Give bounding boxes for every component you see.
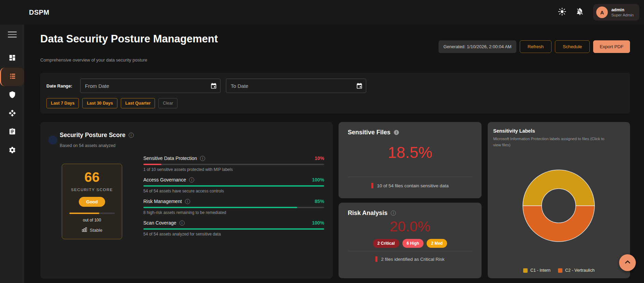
topbar: DSPM A admin	[0, 0, 644, 25]
critical-badge: 2 Critical	[373, 239, 399, 248]
trend-label: Stable	[90, 228, 102, 233]
sensitivity-labels-card: Sensitivity Labels Microsoft Information…	[488, 122, 630, 278]
page-title: Data Security Posture Management	[40, 33, 218, 45]
score-progress-track	[69, 213, 115, 214]
legend-swatch	[523, 268, 528, 273]
hamburger-icon	[8, 31, 17, 32]
metric-description: 54 of 54 assets analyzed for sensitive d…	[143, 232, 324, 237]
preset-last-quarter-button[interactable]: Last Quarter	[121, 98, 155, 108]
report-list-icon	[9, 72, 16, 81]
chevron-up-icon	[624, 258, 632, 268]
metric-risk-management: Risk Management i 85% 8 high-risk assets…	[143, 199, 324, 215]
score-metrics: Sensitive Data Protection i 10% 1 of 10 …	[143, 156, 324, 242]
sensitive-files-card: Sensitive Files i 18.5% 10 of 54 files c…	[339, 122, 482, 198]
sidebar-item-dashboard[interactable]	[0, 49, 24, 68]
sidebar-item-settings[interactable]	[0, 142, 24, 160]
metric-progress-fill	[143, 228, 324, 230]
risk-analysis-caption: 2 files identified as Critical Risk	[381, 257, 444, 262]
risk-analysis-card: Risk Analysis i 20.0% 2 Critical 6 High …	[339, 203, 482, 278]
donut-slice-c1-intern	[523, 170, 595, 206]
sensitive-files-caption: 10 of 54 files contain sensitive data	[377, 183, 448, 188]
date-range-label: Date Range:	[46, 83, 74, 89]
from-date-input[interactable]	[80, 79, 220, 93]
user-name: admin	[611, 7, 634, 13]
metric-progress-track	[143, 207, 324, 208]
sidebar-nav	[0, 49, 24, 160]
user-menu[interactable]: A admin Super Admin	[593, 4, 639, 21]
avatar: A	[596, 6, 608, 18]
metric-progress-track	[143, 164, 324, 165]
sidebar-item-security[interactable]	[0, 86, 24, 105]
risk-badges: 2 Critical 6 High 2 Med	[339, 239, 482, 248]
metric-value: 10%	[315, 156, 324, 161]
bar-chart-icon	[82, 227, 87, 233]
gear-icon	[9, 146, 16, 155]
calendar-icon[interactable]	[356, 82, 363, 89]
metric-access-governance: Access Governance i 100% 54 of 54 assets…	[143, 177, 324, 193]
schedule-button[interactable]: Schedule	[555, 40, 590, 53]
move-icon	[9, 109, 16, 118]
app-logo: DSPM	[29, 9, 49, 16]
refresh-button[interactable]: Refresh	[520, 40, 552, 53]
metric-value: 100%	[312, 177, 324, 183]
sensitive-files-percent: 18.5%	[339, 143, 482, 162]
theme-toggle-button[interactable]	[558, 8, 567, 17]
page-subtitle: Comprehensive overview of your data secu…	[40, 57, 147, 63]
risk-analysis-title: Risk Analysis	[348, 210, 387, 217]
date-range-panel: Date Range: Last 7 Days Last 30 Days Las…	[40, 73, 630, 113]
info-icon[interactable]: i	[394, 130, 399, 135]
score-progress-fill	[69, 213, 99, 214]
info-icon[interactable]: i	[185, 199, 190, 204]
decor-dot	[48, 136, 57, 145]
metric-description: 1 of 10 sensitive assets protected with …	[143, 167, 324, 172]
info-icon[interactable]: i	[391, 211, 396, 216]
security-posture-score-card: Security Posture Score i Based on 54 ass…	[40, 122, 333, 279]
hamburger-menu-button[interactable]	[8, 31, 17, 38]
preset-last-7-days-button[interactable]: Last 7 Days	[46, 98, 79, 108]
metric-sensitive-data-protection: Sensitive Data Protection i 10% 1 of 10 …	[143, 156, 324, 172]
legend-item-c1[interactable]: C1 - Intern	[523, 268, 550, 273]
sidebar-item-data-movement[interactable]	[0, 105, 24, 123]
calendar-icon[interactable]	[210, 82, 217, 89]
info-icon[interactable]: i	[189, 177, 194, 183]
sun-icon	[558, 8, 566, 17]
preset-last-30-days-button[interactable]: Last 30 Days	[82, 98, 117, 108]
notifications-muted-button[interactable]	[575, 8, 584, 17]
generated-timestamp: Generated: 1/10/2026, 2:00:04 AM	[439, 40, 516, 53]
dspm-dashboard: DSPM A admin	[0, 0, 644, 283]
clear-dates-button[interactable]: Clear	[158, 98, 177, 108]
export-pdf-button[interactable]: Export PDF	[593, 40, 630, 53]
metric-progress-track	[143, 185, 324, 187]
security-score-label: SECURITY SCORE	[71, 188, 113, 192]
to-date-input[interactable]	[226, 79, 366, 93]
sensitivity-labels-subtitle: Microsoft Information Protection labels …	[493, 136, 613, 148]
score-out-of: out of 100	[83, 218, 101, 223]
donut-slice-c2-vertraulich	[523, 206, 595, 242]
medium-badge: 2 Med	[427, 239, 447, 248]
sidebar-item-reports[interactable]	[0, 68, 24, 86]
score-card-title: Security Posture Score	[60, 132, 126, 139]
rating-badge: Good	[79, 197, 105, 207]
sidebar-item-audit[interactable]	[0, 123, 24, 142]
divider	[348, 177, 472, 177]
scroll-to-top-button[interactable]	[619, 254, 636, 271]
score-trend: Stable	[82, 227, 102, 233]
divider	[348, 251, 472, 251]
info-icon[interactable]: i	[180, 220, 185, 226]
sensitive-files-title: Sensitive Files	[348, 129, 390, 136]
chart-legend: C1 - Intern C2 - Vertraulich	[488, 268, 630, 273]
sensitivity-donut-chart[interactable]	[520, 167, 597, 244]
bell-off-icon	[576, 8, 584, 17]
shield-icon	[9, 91, 16, 100]
score-card-subtitle: Based on 54 assets analyzed	[60, 143, 115, 148]
red-tick-icon	[371, 183, 373, 188]
info-icon[interactable]: i	[129, 133, 134, 138]
metric-value: 100%	[312, 220, 324, 226]
info-icon[interactable]: i	[200, 156, 205, 161]
sensitivity-labels-title: Sensitivity Labels	[493, 128, 535, 134]
metric-progress-fill	[143, 164, 161, 165]
metric-description: 54 of 54 assets have secure access contr…	[143, 189, 324, 193]
legend-item-c2[interactable]: C2 - Vertraulich	[558, 268, 595, 273]
metric-progress-fill	[143, 207, 297, 208]
metric-value: 85%	[315, 199, 324, 204]
